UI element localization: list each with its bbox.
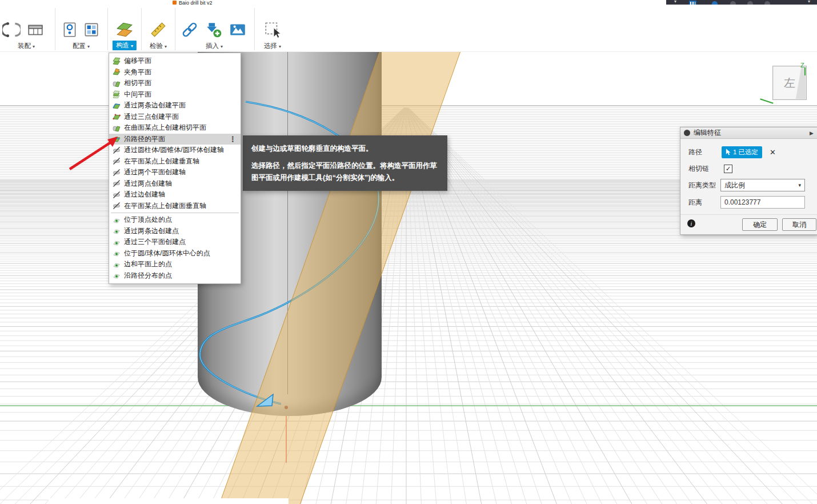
menu-item-label: 通过两点创建轴 — [124, 179, 172, 189]
toolbar-dropdown-insert[interactable]: 插入 ▾ — [177, 42, 251, 50]
select-marquee-icon[interactable] — [263, 21, 282, 39]
measure-icon[interactable] — [149, 21, 167, 39]
menu-item-point-at-vertex[interactable]: 位于顶点处的点 — [109, 214, 241, 226]
menu-item-label: 在平面某点上创建垂直轴 — [124, 157, 199, 166]
menu-item-label: 夹角平面 — [124, 67, 151, 77]
menu-item-axis-through-two-planes[interactable]: 通过两个平面创建轴 — [109, 167, 241, 178]
construct-menu: 偏移平面夹角平面相切平面中间平面通过两条边创建平面通过三点创建平面在曲面某点上创… — [109, 53, 241, 284]
dialog-body: 路径 1 已选定 ✕ 相切链 ✓ 距离类型 成比例 ▾ 距离 — [680, 139, 817, 214]
link-icon[interactable] — [181, 21, 199, 39]
settings-icon[interactable] — [764, 1, 770, 5]
toolbar-group-label: 装配 — [18, 42, 31, 49]
tangent-chain-checkbox[interactable]: ✓ — [724, 165, 732, 173]
menu-item-point-along-path[interactable]: 沿路径分布的点 — [109, 270, 241, 282]
menu-item-point-at-edge-and-plane[interactable]: 边和平面上的点 — [109, 259, 241, 270]
view-cube[interactable]: 左 — [772, 66, 807, 100]
menu-item-plane-tangent-at-point[interactable]: 在曲面某点上创建相切平面 — [109, 122, 241, 134]
insert-image-icon[interactable] — [229, 21, 247, 39]
cursor-icon — [726, 149, 731, 155]
menu-item-label: 沿路径的平面 — [124, 134, 165, 144]
document-icon — [173, 1, 177, 5]
toolbar-group-inspect: 检验 ▾ — [143, 5, 173, 51]
feature-icon — [684, 130, 690, 136]
plane-tangent-icon — [113, 124, 121, 132]
path-selection-count: 1 已选定 — [733, 148, 758, 157]
chevron-down-icon[interactable]: ▾ — [674, 0, 676, 4]
main-toolbar: 装配 ▾ 配置 ▾ 构造 ▾ 检验 ▾ — [0, 5, 817, 52]
dialog-footer: i 确定 取消 — [680, 214, 817, 234]
configuration-table-icon[interactable] — [82, 21, 101, 39]
account-avatar-icon[interactable] — [712, 1, 718, 5]
menu-item-offset-plane[interactable]: 偏移平面 — [109, 55, 241, 67]
notification-icon[interactable] — [730, 1, 736, 5]
plane-edges-icon — [113, 102, 121, 110]
menu-item-label: 中间平面 — [124, 90, 151, 99]
chevron-down-icon[interactable]: ▾ — [808, 0, 810, 4]
joint-icon[interactable] — [2, 21, 21, 39]
expand-right-icon[interactable]: ▶ — [810, 130, 814, 136]
toolbar-dropdown-construct[interactable]: 构造 ▾ — [113, 41, 137, 50]
menu-item-label: 偏移平面 — [124, 56, 151, 66]
menu-item-label: 位于圆/球体/圆环体中心的点 — [124, 249, 210, 258]
axis-icon — [113, 179, 121, 187]
menu-item-point-through-two-edges[interactable]: 通过两条边创建点 — [109, 226, 241, 237]
menu-item-axis-through-cylinder-cone-torus[interactable]: 通过圆柱体/圆锥体/圆环体创建轴 — [109, 145, 241, 156]
distance-type-select[interactable]: 成比例 ▾ — [720, 179, 805, 191]
menu-item-more-options-icon[interactable]: ⋮ — [227, 135, 238, 143]
z-axis-icon — [804, 67, 806, 75]
toolbar-group-label: 检验 — [150, 42, 163, 49]
axis-icon — [113, 202, 121, 210]
menu-item-midplane[interactable]: 中间平面 — [109, 89, 241, 101]
toolbar-dropdown-configure[interactable]: 配置 ▾ — [57, 42, 105, 50]
menu-item-plane-along-path[interactable]: 沿路径的平面⋮ — [109, 134, 241, 145]
timeline-bar — [49, 498, 289, 504]
plane-points-icon — [113, 113, 121, 121]
point-icon — [113, 227, 121, 235]
plane-tangent-icon — [113, 79, 121, 87]
chevron-down-icon: ▾ — [87, 44, 90, 49]
menu-item-tangent-plane[interactable]: 相切平面 — [109, 78, 241, 89]
configuration-icon[interactable] — [61, 21, 79, 39]
info-icon[interactable]: i — [687, 219, 695, 227]
menu-item-plane-at-angle[interactable]: 夹角平面 — [109, 67, 241, 78]
distance-type-value: 成比例 — [724, 181, 745, 190]
axis-icon — [113, 169, 121, 177]
menu-item-axis-through-edge[interactable]: 通过边创建轴 — [109, 189, 241, 201]
toolbar-dropdown-inspect[interactable]: 检验 ▾ — [143, 42, 173, 50]
insert-derive-icon[interactable] — [205, 21, 223, 39]
chevron-down-icon: ▾ — [798, 182, 801, 188]
view-cube-face-label[interactable]: 左 — [784, 75, 795, 91]
menu-item-point-through-three-planes[interactable]: 通过三个平面创建点 — [109, 237, 241, 248]
clear-selection-icon[interactable]: ✕ — [770, 148, 776, 157]
chevron-down-icon: ▾ — [279, 44, 281, 49]
plane-mid-icon — [113, 90, 121, 98]
cancel-button[interactable]: 取消 — [782, 218, 816, 231]
toolbar-group-label: 选择 — [264, 42, 277, 49]
distance-type-label: 距离类型 — [688, 181, 716, 190]
app-launcher-icon[interactable] — [689, 1, 696, 5]
ok-button[interactable]: 确定 — [742, 218, 778, 231]
distance-input[interactable]: 0.00123777 — [720, 196, 805, 209]
axis-icon — [113, 191, 121, 199]
toolbar-divider — [175, 8, 175, 50]
menu-item-label: 相切平面 — [124, 78, 151, 88]
menu-item-label: 通过两条边创建平面 — [124, 101, 186, 110]
path-selection-chip[interactable]: 1 已选定 — [722, 146, 762, 158]
toolbar-dropdown-select[interactable]: 选择 ▾ — [257, 42, 289, 50]
menu-item-plane-through-two-edges[interactable]: 通过两条边创建平面 — [109, 100, 241, 111]
toolbar-group-assemble: 装配 ▾ — [0, 5, 53, 51]
menu-item-point-at-center-of-circle-sphere-torus[interactable]: 位于圆/球体/圆环体中心的点 — [109, 248, 241, 259]
menu-item-axis-perpendicular-to-face-at-point[interactable]: 在平面某点上创建面垂直轴 — [109, 201, 241, 212]
toolbar-group-label: 插入 — [206, 42, 219, 49]
new-component-icon[interactable] — [26, 21, 45, 39]
menu-item-axis-through-two-points[interactable]: 通过两点创建轴 — [109, 178, 241, 190]
tooltip-line-2: 选择路径，然后指定平面沿路径的位置。将构造平面用作草图平面或用作建模工具(如“分… — [251, 160, 439, 183]
chevron-down-icon: ▾ — [131, 43, 133, 49]
axis-icon — [113, 157, 121, 165]
menu-item-axis-perpendicular-at-point[interactable]: 在平面某点上创建垂直轴 — [109, 156, 241, 167]
toolbar-dropdown-assemble[interactable]: 装配 ▾ — [0, 42, 53, 50]
help-icon[interactable] — [747, 1, 753, 5]
construct-plane-icon[interactable] — [115, 21, 134, 39]
dialog-header[interactable]: 编辑特征 ▶ — [680, 127, 817, 139]
menu-item-plane-through-three-points[interactable]: 通过三点创建平面 — [109, 111, 241, 123]
